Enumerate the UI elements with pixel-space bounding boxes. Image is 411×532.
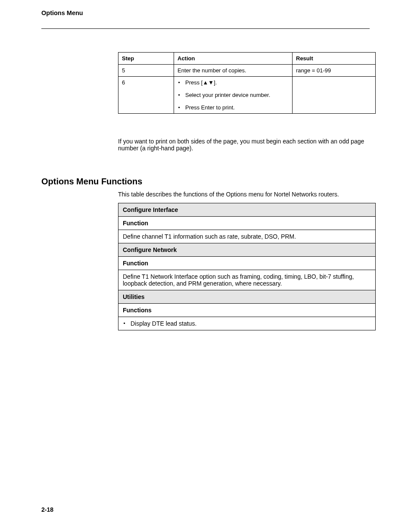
header-rule [41,28,370,29]
func-subheader: Function [118,217,376,230]
func-body: Display DTE lead status. [118,317,376,330]
col-header-step: Step [118,53,174,65]
func-section-header: Utilities [118,290,376,304]
page-number: 2-18 [41,506,53,513]
func-section-header: Configure Interface [118,203,376,217]
result-cell [293,77,376,114]
action-cell: Press [▲▼]. Select your printer device n… [174,77,293,114]
list-item: Select your printer device number. [185,92,289,98]
section-title: Options Menu Functions [41,177,370,187]
running-head: Options Menu [41,9,370,16]
list-item: Press Enter to print. [185,104,289,111]
functions-intro: This table describes the functions of th… [118,191,370,198]
func-subheader: Functions [118,304,376,317]
list-item: Press [▲▼]. [185,79,289,86]
col-header-action: Action [174,53,293,65]
table-row: 6 Press [▲▼]. Select your printer device… [118,77,376,114]
even-page-note: If you want to print on both sides of th… [118,138,370,152]
action-cell: Enter the number of copies. [174,65,293,77]
func-section-header: Configure Network [118,243,376,257]
step-cell: 5 [118,65,174,77]
col-header-result: Result [293,53,376,65]
func-subheader: Function [118,257,376,270]
step-cell: 6 [118,77,174,114]
list-item: Display DTE lead status. [131,320,371,327]
table-row: 5 Enter the number of copies. range = 01… [118,65,376,77]
result-cell: range = 01-99 [293,65,376,77]
func-body: Define T1 Network Interface option such … [118,270,376,290]
functions-table: Configure Interface Function Define chan… [118,203,376,330]
func-body: Define channel T1 information such as ra… [118,230,376,243]
steps-table: Step Action Result 5 Enter the number of… [118,52,376,114]
